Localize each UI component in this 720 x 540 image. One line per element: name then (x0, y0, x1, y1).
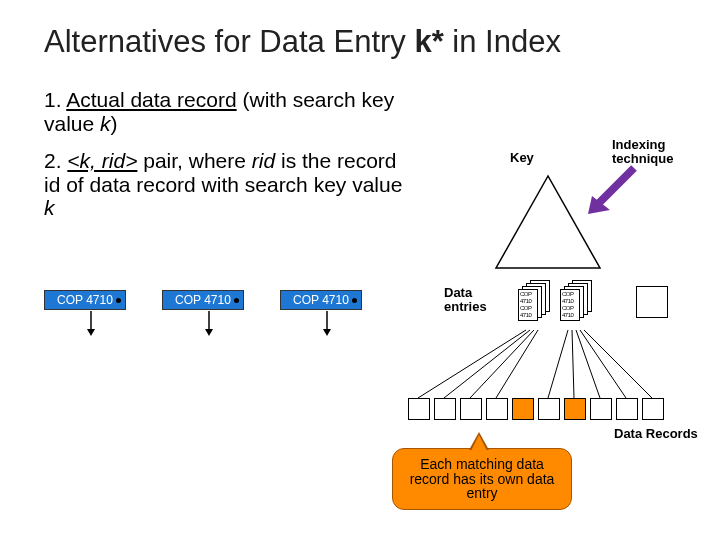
slide-title: Alternatives for Data Entry k* in Index (44, 24, 561, 60)
callout-text: Each matching data record has its own da… (403, 457, 561, 501)
svg-line-16 (580, 330, 626, 398)
svg-marker-8 (496, 176, 600, 268)
key-label: Key (510, 150, 534, 165)
empty-box-icon (636, 286, 668, 318)
tag-1-label: COP 4710 (57, 293, 113, 307)
svg-marker-3 (205, 329, 213, 336)
svg-line-14 (572, 330, 574, 398)
tag-2-label: COP 4710 (175, 293, 231, 307)
svg-line-13 (548, 330, 568, 398)
tag-3: COP 4710 (280, 290, 362, 310)
pointer-lines-icon (408, 320, 708, 440)
data-entry-box: COP4710COP4710 (518, 289, 538, 321)
tag-3-label: COP 4710 (293, 293, 349, 307)
tag-1: COP 4710 (44, 290, 126, 310)
tag-dot-icon (352, 298, 357, 303)
title-kstar: k* (414, 24, 443, 59)
bullet-1-end: ) (111, 112, 118, 135)
arrow-down-icon (321, 311, 333, 337)
bullet-2-rid: rid (252, 149, 275, 172)
title-pre: Alternatives for Data Entry (44, 24, 414, 59)
svg-line-9 (418, 330, 526, 398)
idx-l1: Indexing (612, 137, 665, 152)
de-l1: Data (444, 285, 472, 300)
tag-dot-icon (116, 298, 121, 303)
bullet-list: 1. Actual data record (with search key v… (44, 88, 404, 234)
bullet-1-u: Actual data record (66, 88, 236, 111)
arrow-down-icon (203, 311, 215, 337)
title-post: in Index (444, 24, 561, 59)
data-entries-label: Data entries (444, 286, 487, 315)
bullet-2-k: k (44, 196, 55, 219)
tag-dot-icon (234, 298, 239, 303)
bullet-2: 2. <k, rid> pair, where rid is the recor… (44, 149, 404, 220)
arrow-down-icon (85, 311, 97, 337)
svg-marker-5 (323, 329, 331, 336)
bullet-2-mid1: pair, where (137, 149, 251, 172)
de-l2: entries (444, 299, 487, 314)
index-triangle-icon (488, 172, 608, 276)
bullet-2-pair: <k, rid> (67, 149, 137, 172)
tag-2: COP 4710 (162, 290, 244, 310)
bullet-1-num: 1. (44, 88, 66, 111)
data-entry-box: COP4710COP4710 (560, 289, 580, 321)
bullet-1: 1. Actual data record (with search key v… (44, 88, 404, 135)
callout-tail-icon (471, 435, 487, 451)
svg-line-15 (576, 330, 600, 398)
callout-bubble: Each matching data record has its own da… (392, 448, 572, 510)
svg-line-17 (584, 330, 652, 398)
svg-marker-1 (87, 329, 95, 336)
bullet-2-num: 2. (44, 149, 67, 172)
tag-row: COP 4710 COP 4710 COP 4710 (44, 290, 362, 310)
bullet-1-k: k (100, 112, 111, 135)
